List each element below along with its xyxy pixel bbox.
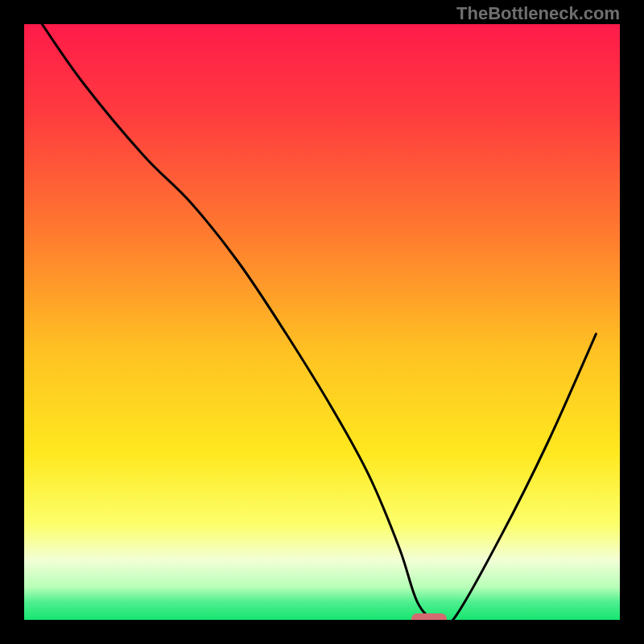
- plot-area: [24, 24, 620, 620]
- curve-layer: [24, 24, 620, 620]
- bottleneck-curve: [42, 24, 596, 620]
- optimal-marker: [411, 613, 447, 620]
- watermark-text: TheBottleneck.com: [456, 3, 620, 24]
- outer-frame: TheBottleneck.com: [0, 0, 644, 644]
